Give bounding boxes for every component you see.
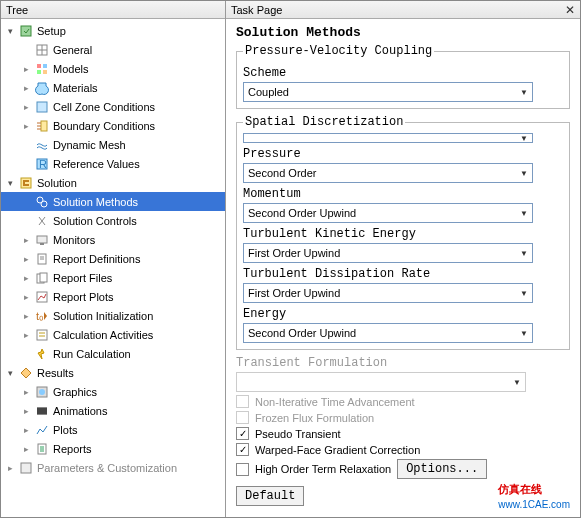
pseudo-row[interactable]: ✓Pseudo Transient xyxy=(236,427,570,440)
chevron-down-icon[interactable] xyxy=(5,368,15,378)
chevron-right-icon[interactable] xyxy=(21,311,31,321)
tf-label: Transient Formulation xyxy=(236,356,570,370)
chevron-down-icon: ▼ xyxy=(520,329,528,338)
tree-body[interactable]: Setup General Models Materials Cell Zone… xyxy=(1,19,225,517)
mesh-icon xyxy=(34,137,50,153)
tdr-select[interactable]: First Order Upwind▼ xyxy=(243,283,533,303)
svg-marker-32 xyxy=(21,368,31,378)
tree-boundary[interactable]: Boundary Conditions xyxy=(1,116,225,135)
tree-panel: Tree Setup General Models Materials Cell… xyxy=(1,1,226,517)
tree-results[interactable]: Results xyxy=(1,363,225,382)
momentum-select[interactable]: Second Order Upwind▼ xyxy=(243,203,533,223)
tke-select[interactable]: First Order Upwind▼ xyxy=(243,243,533,263)
reports-icon xyxy=(34,441,50,457)
gradient-select[interactable]: ▼ xyxy=(243,133,533,143)
chevron-right-icon[interactable] xyxy=(21,64,31,74)
scheme-label: Scheme xyxy=(243,66,563,80)
tree-plots[interactable]: Plots xyxy=(1,420,225,439)
tf-select: ▼ xyxy=(236,372,526,392)
chevron-right-icon[interactable] xyxy=(5,463,15,473)
tree-label: Graphics xyxy=(53,386,97,398)
default-button[interactable]: Default xyxy=(236,486,304,506)
scheme-select[interactable]: Coupled▼ xyxy=(243,82,533,102)
chevron-right-icon[interactable] xyxy=(21,273,31,283)
tree-calcact[interactable]: Calculation Activities xyxy=(1,325,225,344)
task-header: Task Page ✕ xyxy=(226,1,580,19)
task-header-label: Task Page xyxy=(231,4,282,16)
run-icon xyxy=(34,346,50,362)
chevron-right-icon[interactable] xyxy=(21,83,31,93)
warped-row[interactable]: ✓Warped-Face Gradient Correction xyxy=(236,443,570,456)
tree-setup[interactable]: Setup xyxy=(1,21,225,40)
select-value: Coupled xyxy=(248,86,289,98)
check-icon: ✓ xyxy=(239,445,247,455)
chevron-down-icon: ▼ xyxy=(520,169,528,178)
chevron-right-icon[interactable] xyxy=(21,254,31,264)
chevron-right-icon[interactable] xyxy=(21,330,31,340)
tree-materials[interactable]: Materials xyxy=(1,78,225,97)
tree-general[interactable]: General xyxy=(1,40,225,59)
tree-header: Tree xyxy=(1,1,225,19)
frozen-row: Frozen Flux Formulation xyxy=(236,411,570,424)
high-row[interactable]: High Order Term RelaxationOptions... xyxy=(236,459,570,479)
methods-icon xyxy=(34,194,50,210)
tree-solution-methods[interactable]: Solution Methods xyxy=(1,192,225,211)
controls-icon xyxy=(34,213,50,229)
tree-label: General xyxy=(53,44,92,56)
chevron-right-icon[interactable] xyxy=(21,292,31,302)
tree-label: Solution xyxy=(37,177,77,189)
tree-reportplots[interactable]: Report Plots xyxy=(1,287,225,306)
pressure-select[interactable]: Second Order▼ xyxy=(243,163,533,183)
tree-params[interactable]: Parameters & Customization xyxy=(1,458,225,477)
chevron-right-icon[interactable] xyxy=(21,387,31,397)
chevron-down-icon: ▼ xyxy=(520,88,528,97)
checkbox-label: Warped-Face Gradient Correction xyxy=(255,444,420,456)
tree-solinit[interactable]: t₀Solution Initialization xyxy=(1,306,225,325)
tree-label: Setup xyxy=(37,25,66,37)
tree-graphics[interactable]: Graphics xyxy=(1,382,225,401)
setup-icon xyxy=(18,23,34,39)
task-body: Solution Methods Pressure-Velocity Coupl… xyxy=(226,19,580,517)
tree-monitors[interactable]: Monitors xyxy=(1,230,225,249)
reportplots-icon xyxy=(34,289,50,305)
close-icon[interactable]: ✕ xyxy=(565,3,575,17)
sd-group: Spatial Discretization ▼ Pressure Second… xyxy=(236,115,570,350)
warped-checkbox[interactable]: ✓ xyxy=(236,443,249,456)
options-button[interactable]: Options... xyxy=(397,459,487,479)
tree-label: Solution Controls xyxy=(53,215,137,227)
chevron-right-icon[interactable] xyxy=(21,102,31,112)
tree-reportdefs[interactable]: Report Definitions xyxy=(1,249,225,268)
tree-solution[interactable]: Solution xyxy=(1,173,225,192)
select-value: First Order Upwind xyxy=(248,287,340,299)
energy-select[interactable]: Second Order Upwind▼ xyxy=(243,323,533,343)
tree-reports[interactable]: Reports xyxy=(1,439,225,458)
watermark: 仿真在线 www.1CAE.com xyxy=(498,482,570,511)
chevron-right-icon[interactable] xyxy=(21,444,31,454)
tree-reportfiles[interactable]: Report Files xyxy=(1,268,225,287)
tree-label: Calculation Activities xyxy=(53,329,153,341)
tree-label: Report Files xyxy=(53,272,112,284)
high-checkbox[interactable] xyxy=(236,463,249,476)
chevron-right-icon[interactable] xyxy=(21,235,31,245)
svg-rect-4 xyxy=(37,64,41,68)
tree-animations[interactable]: Animations xyxy=(1,401,225,420)
chevron-right-icon[interactable] xyxy=(21,406,31,416)
chevron-down-icon[interactable] xyxy=(5,26,15,36)
chevron-down-icon: ▼ xyxy=(520,289,528,298)
energy-label: Energy xyxy=(243,307,563,321)
tree-solution-controls[interactable]: Solution Controls xyxy=(1,211,225,230)
calcact-icon xyxy=(34,327,50,343)
pseudo-checkbox[interactable]: ✓ xyxy=(236,427,249,440)
tree-refvals[interactable]: RReference Values xyxy=(1,154,225,173)
chevron-right-icon[interactable] xyxy=(21,425,31,435)
tree-runcalc[interactable]: Run Calculation xyxy=(1,344,225,363)
svg-rect-29 xyxy=(37,330,47,340)
tree-label: Parameters & Customization xyxy=(37,462,177,474)
tree-label: Report Plots xyxy=(53,291,114,303)
chevron-right-icon[interactable] xyxy=(21,121,31,131)
tree-label: Reference Values xyxy=(53,158,140,170)
tree-dynmesh[interactable]: Dynamic Mesh xyxy=(1,135,225,154)
chevron-down-icon[interactable] xyxy=(5,178,15,188)
tree-models[interactable]: Models xyxy=(1,59,225,78)
tree-cellzone[interactable]: Cell Zone Conditions xyxy=(1,97,225,116)
